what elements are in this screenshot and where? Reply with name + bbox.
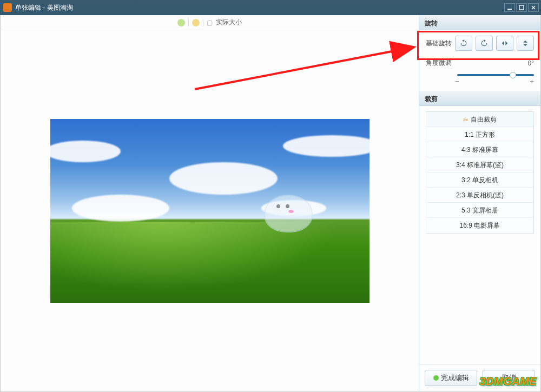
canvas-toolbar: ▢ 实际大小	[1, 15, 419, 30]
crop-option-label: 自由裁剪	[471, 116, 497, 123]
svg-rect-0	[507, 9, 512, 10]
crop-option-1-1[interactable]: 1:1 正方形	[426, 127, 533, 142]
cancel-button-label: 取消	[502, 373, 516, 383]
titlebar: 单张编辑 - 美图淘淘	[0, 0, 541, 15]
angle-minus-button[interactable]: −	[455, 77, 459, 85]
rotate-cw-button[interactable]	[476, 36, 493, 51]
crop-option-free[interactable]: ✂自由裁剪	[426, 112, 533, 127]
zoom-out-icon[interactable]	[192, 19, 200, 26]
canvas-viewport[interactable]	[1, 30, 419, 391]
maximize-button[interactable]	[516, 3, 527, 12]
crop-option-2-3[interactable]: 2:3 单反相机(竖)	[426, 188, 533, 203]
app-logo-icon	[3, 3, 12, 12]
crop-presets-list: ✂自由裁剪 1:1 正方形 4:3 标准屏幕 3:4 标准屏幕(竖) 3:2 单…	[426, 111, 534, 234]
flip-vertical-icon	[521, 39, 530, 48]
crop-option-3-4[interactable]: 3:4 标准屏幕(竖)	[426, 157, 533, 172]
rotate-ccw-button[interactable]	[455, 36, 472, 51]
crop-option-5-3[interactable]: 5:3 宽屏相册	[426, 203, 533, 218]
cancel-button[interactable]: 取消	[483, 370, 535, 386]
crop-option-3-2[interactable]: 3:2 单反相机	[426, 172, 533, 188]
angle-slider[interactable]	[457, 74, 534, 76]
crop-option-label: 1:1 正方形	[465, 131, 495, 138]
crop-option-label: 2:3 单反相机(竖)	[456, 191, 504, 199]
angle-plus-button[interactable]: +	[530, 77, 534, 85]
rotate-ccw-icon	[459, 39, 468, 48]
edited-image	[50, 119, 370, 303]
angle-slider-thumb[interactable]	[510, 72, 516, 78]
crop-option-label: 3:2 单反相机	[461, 176, 498, 184]
minimize-button[interactable]	[504, 3, 515, 12]
crop-option-16-9[interactable]: 16:9 电影屏幕	[426, 218, 533, 233]
crop-option-label: 5:3 宽屏相册	[461, 207, 498, 214]
rotate-cw-icon	[480, 39, 489, 48]
zoom-in-icon[interactable]	[177, 19, 185, 26]
basic-rotate-label: 基础旋转	[426, 39, 452, 48]
check-icon	[433, 375, 439, 381]
rotate-panel-header: 旋转	[419, 15, 540, 30]
mascot-watermark-icon	[256, 189, 321, 238]
toolbar-separator	[188, 19, 189, 26]
crop-option-4-3[interactable]: 4:3 标准屏幕	[426, 142, 533, 157]
side-panel: 旋转 基础旋转 角度微调 0°	[419, 15, 540, 391]
close-button[interactable]	[528, 3, 539, 12]
scissors-icon: ✂	[463, 116, 469, 124]
angle-adjust-label: 角度微调	[426, 58, 452, 68]
toolbar-separator	[203, 19, 203, 26]
crop-option-label: 4:3 标准屏幕	[461, 146, 498, 154]
crop-option-label: 3:4 标准屏幕(竖)	[456, 161, 504, 169]
actual-size-button[interactable]: 实际大小	[216, 18, 242, 27]
canvas-area: ▢ 实际大小	[1, 15, 419, 391]
window-title: 单张编辑 - 美图淘淘	[15, 3, 73, 12]
flip-horizontal-button[interactable]	[496, 36, 513, 51]
flip-vertical-button[interactable]	[517, 36, 534, 51]
actual-size-icon: ▢	[207, 19, 213, 26]
crop-option-label: 16:9 电影屏幕	[460, 222, 500, 229]
done-editing-button[interactable]: 完成编辑	[425, 370, 477, 386]
svg-rect-1	[519, 5, 524, 10]
angle-value: 0°	[528, 59, 534, 67]
done-button-label: 完成编辑	[441, 373, 469, 383]
flip-horizontal-icon	[500, 39, 509, 48]
crop-panel-header: 裁剪	[419, 91, 540, 106]
